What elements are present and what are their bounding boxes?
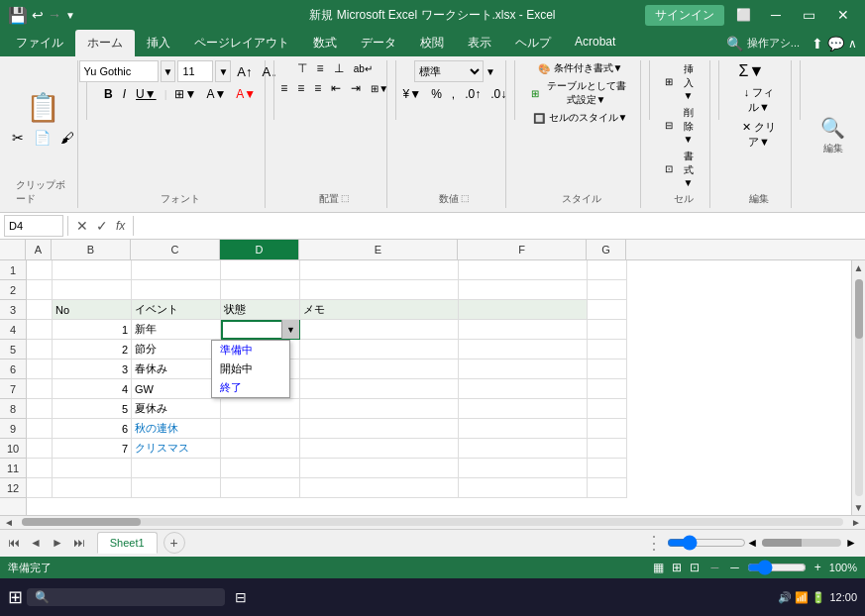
- col-header-F[interactable]: F: [458, 240, 587, 259]
- bold-button[interactable]: B: [100, 86, 117, 102]
- cell-D8[interactable]: [221, 399, 300, 419]
- confirm-formula-button[interactable]: ✓: [92, 218, 112, 234]
- wrap-text-button[interactable]: ab↵: [350, 62, 377, 75]
- scroll-up-arrow[interactable]: ▲: [854, 260, 864, 275]
- page-break-view-icon[interactable]: ⊞: [672, 561, 682, 574]
- cell-F11[interactable]: [459, 459, 588, 478]
- row-header-8[interactable]: 8: [0, 399, 26, 419]
- ribbon-ops[interactable]: 操作アシ...: [747, 36, 800, 51]
- cell-E2[interactable]: [300, 280, 459, 300]
- tab-acrobat[interactable]: Acrobat: [563, 30, 627, 56]
- zoom-out-btn[interactable]: ─: [730, 561, 739, 574]
- row-header-5[interactable]: 5: [0, 340, 26, 359]
- scroll-right-arrow[interactable]: ►: [847, 517, 865, 528]
- increase-decimal-button[interactable]: .0↑: [461, 86, 485, 102]
- cell-G11[interactable]: [588, 459, 627, 478]
- comments-icon[interactable]: 💬: [827, 36, 844, 51]
- save-icon[interactable]: 💾: [8, 6, 28, 25]
- comma-button[interactable]: ,: [448, 86, 459, 102]
- cell-C8[interactable]: 夏休み: [132, 399, 221, 419]
- decrease-decimal-button[interactable]: .0↓: [487, 86, 510, 102]
- redo-icon[interactable]: →: [48, 7, 61, 23]
- indent-more-button[interactable]: ⇥: [347, 80, 365, 96]
- cell-F7[interactable]: [459, 379, 588, 399]
- cell-A3[interactable]: [27, 300, 53, 320]
- dropdown-arrow-D4[interactable]: ▼: [281, 320, 299, 339]
- cell-B5[interactable]: 2: [53, 340, 132, 359]
- align-top-button[interactable]: ⊤: [293, 60, 311, 76]
- cell-E9[interactable]: [300, 419, 459, 439]
- cell-D10[interactable]: [221, 439, 300, 459]
- close-button[interactable]: ✕: [829, 5, 857, 25]
- vertical-scrollbar[interactable]: ▲ ▼: [851, 260, 865, 514]
- col-header-A[interactable]: A: [26, 240, 52, 259]
- cell-C2[interactable]: [132, 280, 221, 300]
- hscroll-thumb[interactable]: [22, 518, 141, 526]
- cell-G8[interactable]: [588, 399, 627, 419]
- cell-G3[interactable]: [588, 300, 627, 320]
- cell-F12[interactable]: [459, 478, 588, 498]
- cell-G1[interactable]: [588, 260, 627, 280]
- cell-A1[interactable]: [27, 260, 53, 280]
- vscroll-thumb[interactable]: [855, 279, 863, 339]
- normal-view-icon[interactable]: ▦: [653, 561, 664, 574]
- cell-F3[interactable]: [459, 300, 588, 320]
- cell-G12[interactable]: [588, 478, 627, 498]
- quick-access-more[interactable]: ▼: [65, 10, 75, 21]
- page-layout-view-icon[interactable]: ⊡: [690, 561, 700, 574]
- italic-button[interactable]: I: [119, 86, 130, 102]
- alignment-expand[interactable]: ⬚: [341, 193, 350, 203]
- restore-icon[interactable]: ⬜: [730, 6, 757, 24]
- horizontal-scrollbar[interactable]: ◄ ►: [0, 515, 865, 529]
- col-header-B[interactable]: B: [52, 240, 131, 259]
- border-button[interactable]: ⊞▼: [170, 86, 200, 102]
- row-header-10[interactable]: 10: [0, 439, 26, 459]
- minimize-button[interactable]: ─: [763, 5, 789, 25]
- scroll-left-arrow[interactable]: ◄: [0, 517, 18, 528]
- row-header-12[interactable]: 12: [0, 478, 26, 498]
- cell-C4[interactable]: 新年: [132, 320, 221, 340]
- cell-styles-button[interactable]: セルのスタイル▼: [547, 110, 630, 126]
- cell-C10[interactable]: クリスマス: [132, 439, 221, 459]
- cell-G6[interactable]: [588, 359, 627, 379]
- cell-D2[interactable]: [221, 280, 300, 300]
- cell-F6[interactable]: [459, 359, 588, 379]
- cell-E5[interactable]: [300, 340, 459, 359]
- number-format-dropdown[interactable]: ▼: [486, 66, 495, 77]
- cell-F9[interactable]: [459, 419, 588, 439]
- insert-cells-button[interactable]: 挿入▼: [675, 60, 701, 103]
- scroll-down-arrow[interactable]: ▼: [854, 500, 864, 515]
- cell-A11[interactable]: [27, 459, 53, 478]
- cell-E8[interactable]: [300, 399, 459, 419]
- col-header-C[interactable]: C: [131, 240, 220, 259]
- clear-button[interactable]: ✕ クリア▼: [735, 118, 784, 152]
- font-size-dropdown[interactable]: ▼: [215, 60, 231, 82]
- conditional-format-button[interactable]: 条件付き書式▼: [552, 60, 625, 76]
- cancel-formula-button[interactable]: ✕: [72, 218, 92, 234]
- align-right-button[interactable]: ≡: [310, 80, 325, 96]
- cell-D3[interactable]: 状態: [221, 300, 300, 320]
- percent-button[interactable]: %: [427, 86, 446, 102]
- formula-input[interactable]: [138, 220, 861, 232]
- cell-E11[interactable]: [300, 459, 459, 478]
- align-middle-button[interactable]: ≡: [313, 60, 328, 76]
- format-painter-button[interactable]: 🖌: [56, 128, 78, 148]
- add-sheet-button[interactable]: +: [163, 532, 185, 554]
- cell-B12[interactable]: [53, 478, 132, 498]
- increase-font-button[interactable]: A↑: [233, 63, 256, 80]
- cell-D4[interactable]: ▼: [221, 320, 300, 340]
- number-format-select[interactable]: 標準: [414, 60, 484, 82]
- cell-F2[interactable]: [459, 280, 588, 300]
- status-zoom-slider[interactable]: [747, 560, 807, 575]
- cell-G9[interactable]: [588, 419, 627, 439]
- cell-A7[interactable]: [27, 379, 53, 399]
- cell-F5[interactable]: [459, 340, 588, 359]
- tab-formulas[interactable]: 数式: [301, 30, 349, 56]
- tab-view[interactable]: 表示: [456, 30, 503, 56]
- format-cells-button[interactable]: 書式▼: [675, 148, 701, 190]
- font-color-button[interactable]: A▼: [232, 86, 260, 102]
- tab-data[interactable]: データ: [349, 30, 408, 56]
- search-taskbar[interactable]: 🔍: [27, 588, 225, 606]
- task-view-btn[interactable]: ⊟: [229, 589, 253, 605]
- cell-B11[interactable]: [53, 459, 132, 478]
